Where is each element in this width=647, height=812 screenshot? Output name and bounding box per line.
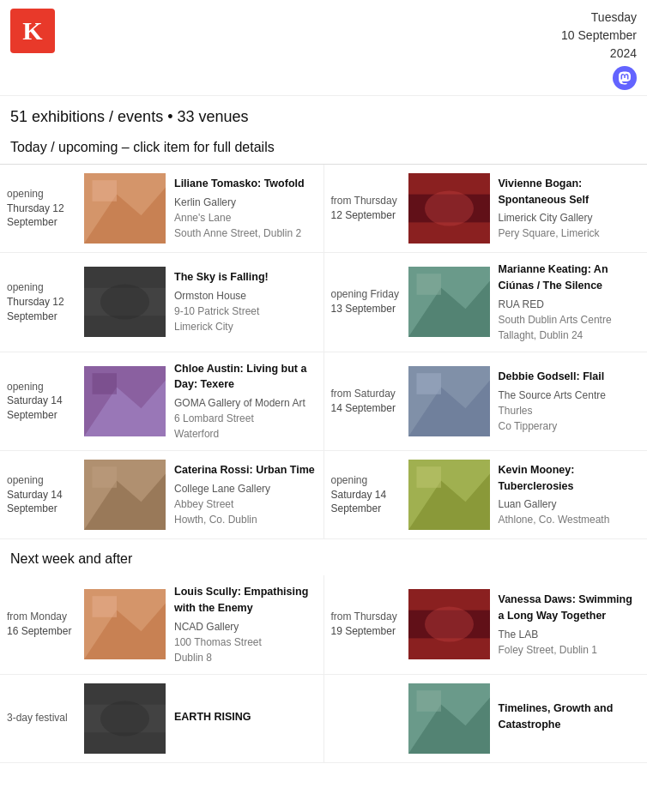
today-events-list: opening Thursday 12 September Liliane To… xyxy=(0,165,647,539)
event-date-right: from Thursday 19 September xyxy=(331,610,408,639)
event-address1-left: 9-10 Patrick Street xyxy=(174,304,317,319)
event-image-left xyxy=(84,173,166,244)
date-line1: Saturday 14 xyxy=(7,394,63,406)
svg-point-29 xyxy=(425,607,474,642)
date-prefix: opening xyxy=(7,281,44,293)
event-right[interactable]: opening Friday 13 September Marianne Kea… xyxy=(324,253,648,352)
event-right[interactable]: from Saturday 14 September Debbie Godsel… xyxy=(324,352,648,451)
svg-rect-11 xyxy=(416,274,441,295)
event-left[interactable]: opening Saturday 14 September Chloe Aust… xyxy=(0,352,324,451)
event-info-right: Marianne Keating: An Ciúnas / The Silenc… xyxy=(499,262,641,343)
event-date-right: from Thursday 12 September xyxy=(331,194,408,223)
event-row[interactable]: opening Saturday 14 September Chloe Aust… xyxy=(0,352,647,452)
event-title-left: Louis Scully: Empathising with the Enemy xyxy=(174,584,317,617)
exhibitions-label: exhibitions / events • xyxy=(32,108,177,125)
event-right[interactable]: from Thursday 19 September Vanessa Daws:… xyxy=(324,575,648,674)
event-info-left: EARTH RISING xyxy=(174,709,317,728)
event-row[interactable]: from Monday 16 September Louis Scully: E… xyxy=(0,575,647,675)
event-right[interactable]: Timelines, Growth and Catastrophe xyxy=(324,675,648,762)
event-address2-left: Waterford xyxy=(174,426,317,442)
date-prefix: opening xyxy=(7,474,44,486)
svg-point-32 xyxy=(100,701,149,736)
event-address1-right: Athlone, Co. Westmeath xyxy=(499,512,641,527)
event-date-left: opening Saturday 14 September xyxy=(7,380,84,423)
event-row[interactable]: 3-day festival EARTH RISING xyxy=(0,675,647,763)
event-info-left: Caterina Rossi: Urban Time College Lane … xyxy=(174,462,317,527)
event-date-right: opening Friday 13 September xyxy=(331,287,408,316)
event-date-right: from Saturday 14 September xyxy=(331,387,408,416)
date-line2: September xyxy=(7,409,57,421)
event-address1-right: South Dublin Arts Centre xyxy=(499,312,641,328)
event-image-left xyxy=(84,589,166,659)
day-label: Tuesday xyxy=(561,9,637,27)
section-next-title: Next week and after xyxy=(0,539,647,575)
date-prefix-right: from Saturday xyxy=(331,388,396,400)
event-address2-left: Howth, Co. Dublin xyxy=(174,512,317,527)
event-title-left: Caterina Rossi: Urban Time xyxy=(174,462,317,478)
year-label: 2024 xyxy=(561,45,637,63)
event-info-left: Liliane Tomasko: Twofold Kerlin Gallery … xyxy=(174,176,317,241)
event-address1-left: 100 Thomas Street xyxy=(174,635,317,650)
event-date-left: opening Thursday 12 September xyxy=(7,187,84,230)
event-left[interactable]: opening Saturday 14 September Caterina R… xyxy=(0,451,324,538)
date-prefix: opening xyxy=(7,188,44,200)
event-venue-left: Kerlin Gallery xyxy=(174,195,317,210)
date-line1-right: 12 September xyxy=(331,209,396,221)
event-date-left: 3-day festival xyxy=(7,711,84,725)
event-image-right xyxy=(408,683,490,754)
exhibitions-count: 51 xyxy=(10,108,27,125)
event-date-left: opening Saturday 14 September xyxy=(7,473,84,516)
svg-rect-2 xyxy=(93,180,118,201)
section-today-title: Today / upcoming – click item for full d… xyxy=(0,133,647,165)
event-left[interactable]: from Monday 16 September Louis Scully: E… xyxy=(0,575,324,674)
svg-rect-26 xyxy=(93,596,118,617)
event-info-right: Vanessa Daws: Swimming a Long Way Togeth… xyxy=(499,592,641,658)
header-date-area: Tuesday 10 September 2024 xyxy=(561,9,637,90)
event-left[interactable]: opening Thursday 12 September Liliane To… xyxy=(0,165,324,252)
event-date-left: opening Thursday 12 September xyxy=(7,280,84,323)
event-venue-right: Limerick City Gallery xyxy=(499,210,641,226)
event-address2-left: Limerick City xyxy=(174,319,317,334)
svg-rect-35 xyxy=(416,690,441,712)
date-prefix: 3-day festival xyxy=(7,712,68,724)
event-address2-right: Co Tipperary xyxy=(499,418,641,434)
date-line1: 16 September xyxy=(7,625,71,637)
event-left[interactable]: 3-day festival EARTH RISING xyxy=(0,675,324,762)
logo[interactable]: K xyxy=(10,9,55,53)
event-info-right: Timelines, Growth and Catastrophe xyxy=(499,701,641,736)
date-line2: September xyxy=(7,310,57,322)
event-title-right: Vivienne Bogan: Spontaneous Self xyxy=(499,176,641,208)
event-row[interactable]: opening Saturday 14 September Caterina R… xyxy=(0,451,647,539)
event-right[interactable]: from Thursday 12 September Vivienne Boga… xyxy=(324,165,648,252)
next-events-list: from Monday 16 September Louis Scully: E… xyxy=(0,575,647,763)
event-info-left: The Sky is Falling! Ormston House 9-10 P… xyxy=(174,269,317,334)
event-image-right xyxy=(408,267,490,337)
event-venue-left: College Lane Gallery xyxy=(174,481,317,496)
event-venue-right: The Source Arts Centre xyxy=(499,388,641,403)
event-right[interactable]: opening Saturday 14 September Kevin Moon… xyxy=(324,451,648,538)
event-info-left: Louis Scully: Empathising with the Enemy… xyxy=(174,584,317,665)
event-image-right xyxy=(408,460,490,530)
event-image-right xyxy=(408,366,490,436)
date-prefix-right: from Thursday xyxy=(331,195,397,207)
event-row[interactable]: opening Thursday 12 September The Sky is… xyxy=(0,253,647,352)
date-line2-right: September xyxy=(331,502,382,514)
event-venue-right: The LAB xyxy=(499,627,641,642)
event-title-right: Kevin Mooney: Tuberclerosies xyxy=(499,462,641,495)
event-info-right: Debbie Godsell: Flail The Source Arts Ce… xyxy=(499,369,641,434)
event-address1-left: Anne's Lane xyxy=(174,210,317,226)
event-row[interactable]: opening Thursday 12 September Liliane To… xyxy=(0,165,647,253)
event-title-left: Chloe Austin: Living but a Day: Texere xyxy=(174,361,317,394)
date-prefix: from Monday xyxy=(7,611,67,623)
event-address2-right: Tallaght, Dublin 24 xyxy=(499,328,641,343)
event-left[interactable]: opening Thursday 12 September The Sky is… xyxy=(0,253,324,352)
event-address2-left: Dublin 8 xyxy=(174,650,317,665)
date-label: 10 September xyxy=(561,27,637,45)
event-address1-right: Foley Street, Dublin 1 xyxy=(499,642,641,658)
event-title-right: Marianne Keating: An Ciúnas / The Silenc… xyxy=(499,262,641,294)
date-line1-right: 19 September xyxy=(331,625,396,637)
event-address1-right: Thurles xyxy=(499,403,641,418)
event-date-right: opening Saturday 14 September xyxy=(331,473,408,516)
mastodon-icon[interactable] xyxy=(613,66,637,90)
event-info-right: Vivienne Bogan: Spontaneous Self Limeric… xyxy=(499,176,641,242)
